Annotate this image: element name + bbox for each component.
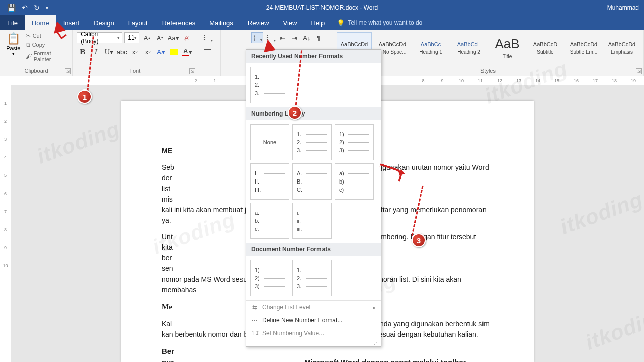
bold-button[interactable]: B bbox=[77, 46, 88, 57]
user-name[interactable]: Muhammad bbox=[607, 4, 644, 11]
change-list-level-label: Change List Level bbox=[262, 304, 310, 311]
undo-icon[interactable]: ↶ bbox=[22, 4, 28, 12]
tell-me[interactable]: 💡 Tell me what you want to do bbox=[332, 15, 427, 30]
show-marks-button[interactable]: ¶ bbox=[313, 32, 325, 43]
group-font: Calibri (Body) 11 A▴ A▾ Aa▾ A̷ B I U▾ ab… bbox=[73, 30, 197, 76]
quick-access-toolbar: 💾 ↶ ↻ ▾ bbox=[0, 4, 55, 12]
font-name-combo[interactable]: Calibri (Body) bbox=[77, 32, 122, 43]
style-subtitle[interactable]: AaBbCcDSubtitle bbox=[528, 32, 563, 63]
tab-design[interactable]: Design bbox=[87, 15, 121, 30]
numbering-format[interactable]: A.B.C. bbox=[292, 163, 332, 200]
align-left-button[interactable] bbox=[201, 46, 213, 57]
paste-button[interactable]: 📋 Paste ▾ bbox=[4, 32, 23, 62]
font-group-label: Font bbox=[77, 68, 193, 75]
change-case-button[interactable]: Aa▾ bbox=[168, 32, 179, 43]
style-emphasis[interactable]: AaBbCcDdEmphasis bbox=[604, 32, 639, 63]
redo-icon[interactable]: ↻ bbox=[34, 4, 40, 12]
title-bar: 💾 ↶ ↻ ▾ 24-MEMBUAT-LIST-NOMOR.docx - Wor… bbox=[0, 0, 644, 15]
group-paragraph: ▾ bbox=[197, 30, 221, 76]
p4-left: Ber nur bbox=[162, 347, 174, 363]
tab-view[interactable]: View bbox=[276, 15, 304, 30]
define-icon: ⋯ bbox=[251, 317, 258, 324]
bullets-button[interactable]: ▾ bbox=[201, 32, 213, 43]
italic-button[interactable]: I bbox=[90, 46, 101, 57]
tab-help[interactable]: Help bbox=[304, 15, 332, 30]
numbering-button[interactable]: ▾ bbox=[251, 32, 263, 43]
style-subtle-em---[interactable]: AaBbCcDdSubtle Em... bbox=[566, 32, 601, 63]
ribbon-tabs: File Home Insert Design Layout Reference… bbox=[0, 15, 644, 30]
superscript-button[interactable]: x2 bbox=[142, 46, 153, 57]
recent-header: Recently Used Number Formats bbox=[246, 50, 381, 63]
tab-insert[interactable]: Insert bbox=[56, 15, 87, 30]
p3a: Kal bbox=[162, 320, 172, 328]
highlight-button[interactable] bbox=[169, 46, 180, 57]
grow-font-button[interactable]: A▴ bbox=[141, 32, 152, 43]
numbering-format[interactable]: a.b.c. bbox=[250, 203, 289, 239]
setval-icon: 1↧ bbox=[251, 330, 258, 337]
clipboard-launcher[interactable]: ⇲ bbox=[65, 68, 71, 74]
ruler-vertical[interactable]: 12345678910 bbox=[0, 85, 11, 362]
numbering-dropdown: Recently Used Number Formats 1.2.3. Numb… bbox=[246, 49, 381, 347]
cut-button[interactable]: ✂Cut bbox=[26, 32, 69, 39]
bulb-icon: 💡 bbox=[337, 19, 345, 27]
styles-launcher[interactable]: ⇲ bbox=[636, 68, 642, 74]
numbering-format[interactable]: 1.2.3. bbox=[292, 124, 332, 160]
chevron-right-icon: ▸ bbox=[373, 305, 376, 310]
save-icon[interactable]: 💾 bbox=[7, 4, 16, 12]
tab-references[interactable]: References bbox=[155, 15, 202, 30]
decrease-indent-button[interactable]: ⇤ bbox=[277, 32, 288, 43]
scissors-icon: ✂ bbox=[26, 32, 31, 39]
copy-icon: ⧉ bbox=[26, 41, 30, 48]
define-new-format[interactable]: ⋯ Define New Number Format... bbox=[246, 314, 381, 327]
clipboard-group-label: Clipboard bbox=[4, 68, 68, 75]
style-title[interactable]: AaBTitle bbox=[490, 32, 525, 63]
format-painter-label: Format Painter bbox=[34, 50, 69, 62]
qat-customize-icon[interactable]: ▾ bbox=[46, 5, 48, 11]
copy-button[interactable]: ⧉Copy bbox=[26, 41, 69, 48]
text-effects-button[interactable]: A▾ bbox=[155, 46, 167, 57]
brush-icon: 🖌 bbox=[26, 53, 32, 60]
numbering-none[interactable]: None bbox=[250, 124, 289, 160]
tell-me-label: Tell me what you want to do bbox=[348, 19, 422, 26]
subscript-button[interactable]: x2 bbox=[129, 46, 140, 57]
font-color-button[interactable]: A▾ bbox=[182, 46, 193, 57]
styles-group-label: Styles bbox=[337, 68, 639, 75]
numbering-format[interactable]: 1)2)3) bbox=[250, 260, 289, 296]
cut-label: Cut bbox=[33, 33, 41, 39]
tab-mailings[interactable]: Mailings bbox=[202, 15, 240, 30]
library-header: Numbering Library bbox=[246, 107, 381, 120]
tab-layout[interactable]: Layout bbox=[121, 15, 155, 30]
clear-formatting-button[interactable]: A̷ bbox=[181, 32, 192, 43]
tab-file[interactable]: File bbox=[0, 15, 25, 30]
numbering-format[interactable]: I.II.III. bbox=[250, 163, 289, 200]
tab-review[interactable]: Review bbox=[240, 15, 276, 30]
strikethrough-button[interactable]: abc bbox=[116, 46, 127, 57]
heading-left: ME bbox=[162, 147, 172, 155]
font-size-combo[interactable]: 11 bbox=[124, 32, 139, 43]
sort-button[interactable]: A↓ bbox=[301, 32, 312, 43]
document-title: 24-MEMBUAT-LIST-NOMOR.docx - Word bbox=[266, 4, 378, 11]
paste-label: Paste bbox=[6, 45, 20, 51]
style-heading-2[interactable]: AaBbCcLHeading 2 bbox=[451, 32, 487, 63]
multilevel-button[interactable]: ▾ bbox=[264, 32, 276, 43]
numbering-format[interactable]: 1.2.3. bbox=[250, 67, 289, 103]
p4-right: Microsoft Word dengan cepat melalui tool… bbox=[304, 358, 466, 362]
set-numbering-value-label: Set Numbering Value... bbox=[262, 330, 324, 337]
numbering-format[interactable]: 1.2.3. bbox=[292, 260, 332, 296]
tab-home[interactable]: Home bbox=[25, 15, 56, 30]
font-launcher[interactable]: ⇲ bbox=[189, 68, 195, 74]
numbering-format[interactable]: i.ii.iii. bbox=[292, 203, 332, 239]
numbering-format[interactable]: a)b)c) bbox=[335, 163, 374, 200]
shrink-font-button[interactable]: A▾ bbox=[154, 32, 166, 43]
numbering-format[interactable]: 1)2)3) bbox=[335, 124, 374, 160]
define-new-format-label: Define New Number Format... bbox=[262, 317, 342, 324]
set-numbering-value: 1↧ Set Numbering Value... bbox=[246, 327, 381, 340]
copy-label: Copy bbox=[32, 42, 45, 48]
group-clipboard: 📋 Paste ▾ ✂Cut ⧉Copy 🖌Format Painter Cli… bbox=[0, 30, 73, 76]
format-painter-button[interactable]: 🖌Format Painter bbox=[26, 50, 69, 62]
change-list-level: ⇆ Change List Level ▸ bbox=[246, 301, 381, 314]
resize-grip[interactable]: ⋰ bbox=[246, 340, 381, 346]
increase-indent-button[interactable]: ⇥ bbox=[289, 32, 300, 43]
style-heading-1[interactable]: AaBbCcHeading 1 bbox=[413, 32, 448, 63]
underline-button[interactable]: U▾ bbox=[103, 46, 114, 57]
